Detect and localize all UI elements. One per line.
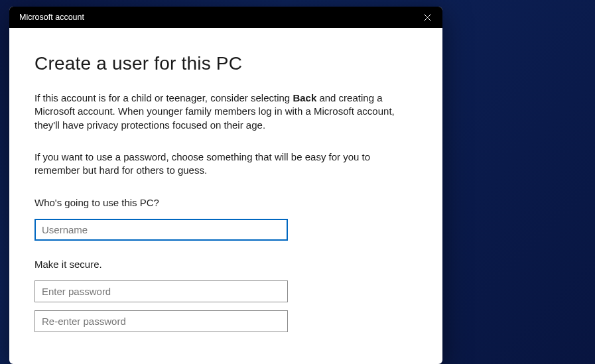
close-icon: [424, 14, 431, 21]
password-input[interactable]: [34, 280, 288, 302]
reenter-password-input[interactable]: [34, 310, 288, 332]
window-title: Microsoft account: [19, 13, 84, 22]
desc1-bold: Back: [293, 92, 316, 103]
password-group: [34, 280, 417, 332]
username-input[interactable]: [34, 219, 288, 241]
page-title: Create a user for this PC: [34, 53, 417, 74]
secure-label: Make it secure.: [34, 259, 417, 270]
desc1-pre: If this account is for a child or teenag…: [34, 92, 293, 103]
description-child-account: If this account is for a child or teenag…: [34, 91, 417, 132]
account-setup-window: Microsoft account Create a user for this…: [9, 7, 442, 364]
content-area: Create a user for this PC If this accoun…: [9, 28, 442, 332]
close-button[interactable]: [413, 7, 442, 28]
titlebar: Microsoft account: [9, 7, 442, 28]
description-password-hint: If you want to use a password, choose so…: [34, 151, 417, 178]
who-label: Who's going to use this PC?: [34, 197, 417, 208]
